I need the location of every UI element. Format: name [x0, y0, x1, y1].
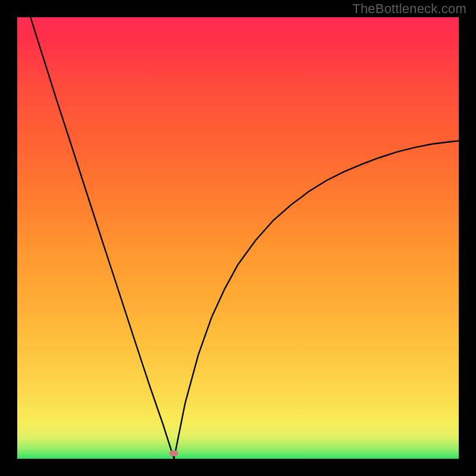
optimal-point-marker: [170, 450, 178, 456]
watermark-text: TheBottleneck.com: [352, 1, 466, 17]
chart-stage: TheBottleneck.com: [0, 0, 476, 476]
curve-left-branch: [30, 17, 174, 459]
curve-right-branch: [174, 141, 459, 459]
plot-area: [17, 17, 459, 459]
bottleneck-curve: [17, 17, 459, 459]
